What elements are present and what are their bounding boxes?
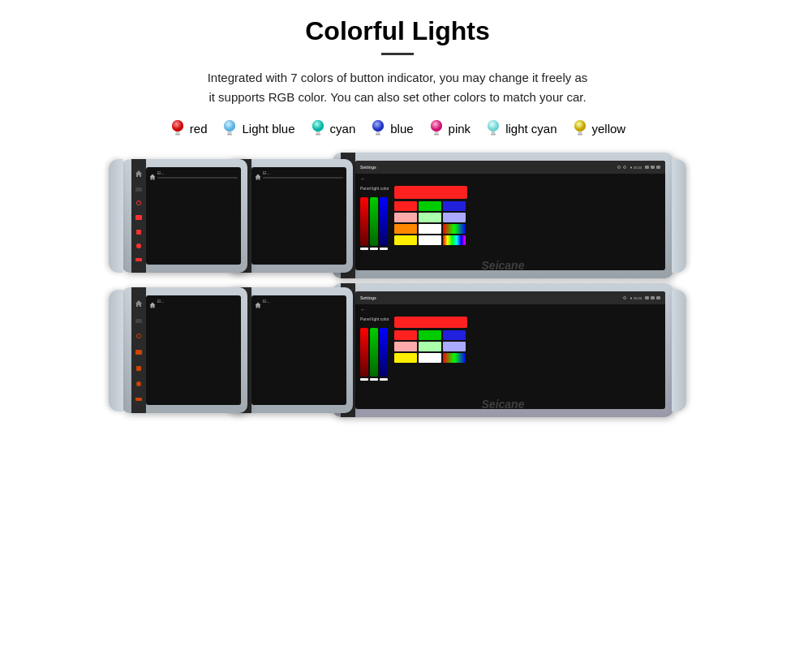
orange-settings-b1 [135, 398, 142, 401]
swatch-grid-bottom [394, 330, 467, 363]
header-icon-1 [617, 166, 621, 169]
bar-blue-bottom [380, 328, 388, 377]
settings-body-bottom: Panel light color [355, 315, 665, 382]
menu-b1 [135, 319, 142, 323]
screen-home-b2 [255, 302, 261, 308]
car-unit-1: El... [122, 159, 247, 273]
color-item-lightblue: Light blue [221, 118, 294, 138]
settings-screen-bottom: Settings ▼ 20:24 ← [355, 291, 665, 409]
bulb-icon-red [170, 118, 186, 138]
status-bar-top2 [651, 166, 655, 169]
bar-blue-top [380, 197, 388, 246]
screen-el-b2: El... [263, 299, 343, 304]
left-end-cap-bottom [109, 290, 123, 411]
car-unit-b1: El... [122, 287, 247, 413]
color-item-yellow: yellow [572, 118, 626, 138]
bsw-r2c1 [394, 342, 417, 351]
bulb-icon-lightblue [221, 118, 238, 138]
svg-point-22 [488, 120, 499, 131]
red-dot-1 [136, 243, 141, 248]
svg-rect-3 [175, 131, 179, 134]
right-end-cap-bottom [672, 290, 686, 411]
selected-swatch-bottom [394, 317, 467, 328]
red-home-1 [136, 230, 141, 235]
header-icon-b1 [623, 296, 626, 299]
sw-r4c2 [419, 235, 441, 245]
bulb-icon-lightcyan [485, 118, 501, 138]
color-label-cyan: cyan [330, 122, 356, 136]
text-line-1 [157, 177, 238, 179]
bulb-icon-pink [428, 118, 445, 138]
bar-green-top [370, 197, 378, 246]
bulb-icon-blue [370, 118, 386, 138]
bsw-r3c2 [419, 353, 441, 363]
settings-header-top: Settings ▼ 20:24 [355, 161, 665, 174]
bsw-r1c3 [443, 330, 466, 340]
color-bars-top [360, 193, 389, 246]
settings-title-top: Settings [360, 165, 376, 170]
handle-r-top [360, 248, 368, 250]
color-label-red: red [190, 122, 208, 136]
color-label-lightblue: Light blue [242, 122, 294, 136]
panel-label-bottom: Panel light color [360, 317, 389, 321]
sw-r3c3 [443, 224, 466, 234]
screen-el-text-2: El... [263, 170, 343, 175]
handle-b-bottom [380, 378, 388, 381]
description-text: Integrated with 7 colors of button indic… [32, 68, 763, 107]
page-title: Colorful Lights [32, 16, 763, 46]
svg-rect-23 [492, 131, 496, 134]
screen-el-text-1: El... [157, 170, 238, 175]
bottom-car-row: El... [32, 283, 763, 417]
slider-handles-top [360, 248, 389, 250]
screen-home-icon-2 [255, 174, 261, 180]
orange-bar-b1 [135, 350, 142, 355]
sw-r1c3 [443, 201, 466, 211]
color-item-blue: blue [370, 118, 413, 138]
bsw-r2c3 [443, 342, 466, 351]
settings-body-top: Panel light color [355, 184, 665, 252]
svg-rect-20 [434, 134, 439, 136]
orange-dot-b1 [136, 381, 141, 386]
svg-point-14 [372, 120, 384, 131]
svg-rect-8 [227, 134, 232, 136]
right-swatches-top [394, 186, 467, 250]
left-end-cap-top [109, 159, 123, 273]
handle-r-bottom [360, 378, 368, 381]
color-bars-bottom [360, 324, 389, 377]
header-icon-2 [623, 166, 626, 169]
page-container: Colorful Lights Integrated with 7 colors… [0, 0, 795, 430]
color-item-red: red [170, 118, 208, 138]
side-strip-1 [131, 159, 146, 273]
selected-swatch-top [394, 186, 467, 199]
back-arrow-top[interactable]: ← [355, 174, 665, 184]
color-label-lightcyan: light cyan [505, 122, 556, 136]
sw-r2c2 [419, 213, 441, 222]
settings-header-bottom: Settings ▼ 20:24 [355, 291, 665, 304]
home-icon-b1 [135, 299, 143, 308]
sw-r4c1 [394, 235, 417, 245]
sw-r3c2 [419, 224, 441, 234]
svg-rect-16 [376, 134, 380, 136]
menu-icon-1 [135, 187, 142, 192]
panel-label-top: Panel light color [360, 186, 389, 191]
back-arrow-bottom[interactable]: ← [355, 304, 665, 315]
handle-g-top [370, 248, 378, 250]
screen-b2: El... [251, 295, 346, 405]
status-time-bottom: ▼ 20:24 [630, 296, 642, 300]
svg-rect-27 [578, 131, 582, 134]
svg-point-2 [172, 120, 183, 131]
status-bar-top3 [656, 166, 660, 169]
status-bar-top [645, 166, 649, 169]
color-list: red Light blue cyan [32, 118, 763, 138]
screen-2: El... [251, 167, 346, 265]
svg-rect-15 [376, 131, 380, 134]
screen-1: El... [146, 167, 241, 265]
svg-marker-29 [135, 170, 142, 177]
sw-r3c1 [394, 224, 417, 234]
color-label-blue: blue [390, 122, 413, 136]
car-unit-3-large: Settings ▼ 20:24 ← [333, 153, 673, 278]
swatch-grid-top [394, 201, 467, 245]
screen-home-b1 [149, 302, 156, 308]
svg-point-6 [224, 120, 235, 131]
sw-r2c3 [443, 213, 466, 222]
